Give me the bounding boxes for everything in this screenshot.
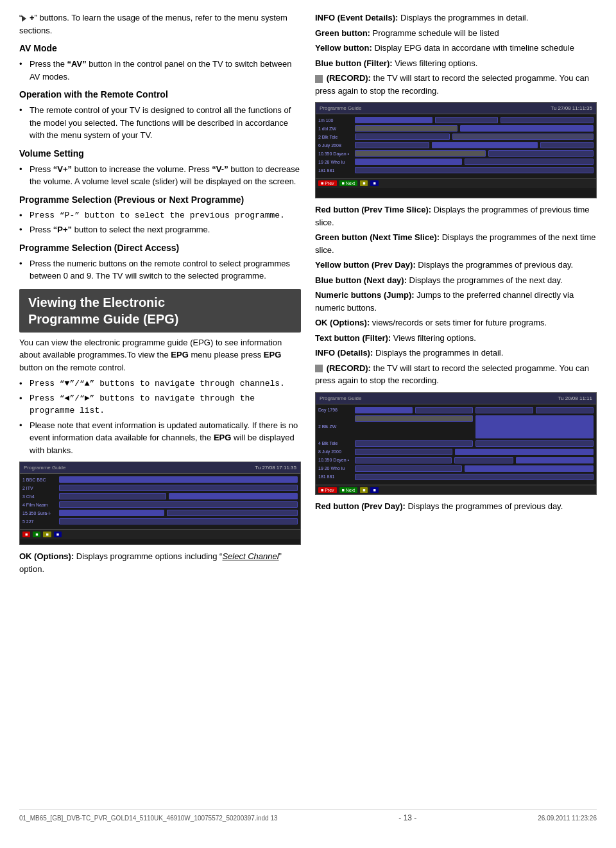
epg-ch-2: 2 ITV — [22, 486, 58, 490]
epg-b-ch-7: 181 881 — [318, 474, 354, 479]
bullet-dot: • — [19, 58, 28, 71]
left-column: “ +” buttons. To learn the usage of the … — [19, 12, 301, 799]
epg-b-ch-5: 10.350 Deyen • — [318, 458, 354, 462]
volume-setting-heading: Volume Setting — [19, 147, 301, 160]
epg-header-right-top-date: Tu 27/08 11:11:35 — [551, 105, 592, 111]
epg-auto-update-text: Please note that event information is up… — [30, 419, 301, 457]
intro-text: “ +” buttons. To learn the usage of the … — [19, 12, 301, 37]
epg-header-right-bot-text: Programme Guide — [320, 395, 558, 401]
epg-bottom-bar-right-top: ■ Prev ■ Next ■ ■ — [316, 178, 596, 188]
record-icon-top — [315, 75, 323, 83]
epg-header-right-bot-date: Tu 20/08 11:11 — [558, 395, 592, 401]
epg-auto-update-bullet: • Please note that event information is … — [19, 419, 301, 457]
footer-date: 26.09.2011 11:23:26 — [538, 815, 597, 822]
epg-r-ch-6: 19 28 Who lu — [318, 160, 354, 164]
epg-nav-channels-bullet: • Press “▼”/“▲” buttons to navigate thro… — [19, 377, 301, 390]
epg-screenshot-right-bottom: Programme Guide Tu 20/08 11:11 Day 1798 — [315, 392, 597, 495]
epg-screenshot-right-top: Programme Guide Tu 27/08 11:11:35 1m 100… — [315, 102, 597, 198]
prog-direct-bullet: • Press the numeric buttons on the remot… — [19, 257, 301, 282]
av-mode-heading: AV Mode — [19, 42, 301, 55]
epg-ch-4: 4 Film Naam — [22, 503, 58, 507]
epg-r-ch-3: 2 Blk Tele — [318, 135, 354, 139]
epg-btn-yellow-right-bot: ■ — [360, 487, 368, 493]
epg-header-right-top-text: Programme Guide — [320, 105, 551, 111]
prog-prev-text: Press “P-” button to select the previous… — [30, 209, 301, 222]
epg-b-ch-1: Day 1798 — [318, 408, 354, 412]
blue-button-next-day: Blue button (Next day): Displays the pro… — [315, 274, 597, 287]
epg-btn-blue-left: ■ — [54, 532, 62, 537]
epg-highlight-box: Viewing the Electronic Programme Guide (… — [19, 289, 301, 333]
epg-bottom-bar-right-bot: ■ Prev ■ Next ■ ■ — [316, 485, 596, 495]
prog-next-text: Press “P+” button to select the next pro… — [30, 223, 301, 236]
bullet-dot-2: • — [19, 104, 28, 117]
green-button-right: Green button: Programme schedule will be… — [315, 27, 597, 40]
prog-direct-heading: Programme Selection (Direct Access) — [19, 241, 301, 255]
epg-r-ch-5: 10.350 Dayan • — [318, 151, 354, 156]
epg-b-ch-2: 2 Blk ZW — [318, 424, 354, 429]
numeric-buttons-jump: Numeric buttons (Jump): Jumps to the pre… — [315, 289, 597, 314]
page-footer: 01_MB65_[GB]_DVB-TC_PVR_GOLD14_5110UK_46… — [19, 809, 597, 822]
info-details-right: INFO (Details): Displays the programmes … — [315, 347, 597, 359]
record-bottom-right: (RECORD): the TV will start to record th… — [315, 362, 597, 387]
epg-ch-1: 1 BBC BBC — [22, 478, 58, 482]
epg-ch-5: 15.350 Sura-l- — [22, 511, 58, 515]
bullet-dot-8: • — [19, 392, 28, 405]
bullet-dot-6: • — [19, 257, 28, 270]
epg-btn-blue-right-top: ■ — [370, 180, 378, 186]
red-button-prev-day: Red button (Prev Day): Displays the prog… — [315, 500, 597, 513]
epg-header-left-text: Programme Guide — [24, 465, 255, 471]
epg-btn-green-right-top: ■ Next — [339, 180, 358, 186]
epg-btn-red-right-bot: ■ Prev — [318, 487, 337, 493]
epg-btn-red-right-top: ■ Prev — [318, 180, 337, 186]
page: “ +” buttons. To learn the usage of the … — [0, 0, 616, 848]
yellow-button-right: Yellow button: Display EPG data in accor… — [315, 42, 597, 55]
bullet-dot-9: • — [19, 419, 28, 432]
ok-options-text: OK (Options): Displays programme options… — [19, 550, 301, 575]
epg-b-ch-3: 4 Blk Tele — [318, 441, 354, 446]
epg-nav-prog-bullet: • Press “◄”/“►” buttons to navigate thro… — [19, 392, 301, 417]
volume-setting-text: Press “V+” button to increase the volume… — [30, 163, 301, 188]
page-number: - 13 - — [278, 813, 538, 822]
epg-ch-6: 5 227 — [22, 519, 58, 524]
prog-prev-bullet: • Press “P-” button to select the previo… — [19, 209, 301, 222]
bullet-dot-4: • — [19, 209, 28, 222]
epg-intro: You can view the electronic programme gu… — [19, 336, 301, 374]
bullet-dot-7: • — [19, 377, 28, 390]
footer-filename: 01_MB65_[GB]_DVB-TC_PVR_GOLD14_5110UK_46… — [19, 815, 278, 822]
text-button-filter: Text button (Filter): Views filtering op… — [315, 332, 597, 345]
epg-nav-channels-text: Press “▼”/“▲” buttons to navigate throug… — [30, 377, 301, 390]
green-button-next-time: Green button (Next Time Slice): Displays… — [315, 231, 597, 256]
blue-button-filter-right: Blue button (Filter): Views filtering op… — [315, 57, 597, 70]
right-column: INFO (Event Details): Displays the progr… — [315, 12, 597, 799]
epg-btn-green-left: ■ — [33, 532, 40, 537]
bullet-dot-3: • — [19, 163, 28, 176]
epg-header-left-date: Tu 27/08 17:11:35 — [255, 465, 296, 471]
operation-remote-heading: Operation with the Remote Control — [19, 88, 301, 101]
operation-remote-text: The remote control of your TV is designe… — [30, 104, 301, 142]
prog-next-bullet: • Press “P+” button to select the next p… — [19, 223, 301, 236]
epg-btn-green-right-bot: ■ Next — [339, 487, 358, 493]
epg-bottom-bar-left: ■ ■ ■ ■ — [20, 529, 300, 539]
record-icon-bottom — [315, 365, 323, 372]
epg-btn-yellow-left: ■ — [43, 532, 51, 537]
operation-remote-bullet: • The remote control of your TV is desig… — [19, 104, 301, 142]
bullet-dot-5: • — [19, 223, 28, 236]
epg-ch-3: 3 Ch4 — [22, 494, 58, 499]
epg-box-title: Viewing the Electronic — [28, 294, 292, 311]
epg-b-ch-4: 8 July 2000 — [318, 449, 354, 454]
epg-btn-blue-right-bot: ■ — [370, 487, 378, 493]
red-button-prev-time: Red button (Prev Time Slice): Displays t… — [315, 203, 597, 229]
volume-setting-bullet: • Press “V+” button to increase the volu… — [19, 163, 301, 188]
ok-options-right: OK (Options): views/records or sets time… — [315, 316, 597, 329]
epg-box-title-2: Programme Guide (EPG) — [28, 311, 292, 327]
epg-btn-yellow-right-top: ■ — [360, 180, 368, 186]
epg-nav-prog-text: Press “◄”/“►” buttons to navigate throug… — [30, 392, 301, 417]
epg-r-ch-7: 181 881 — [318, 168, 354, 173]
av-mode-bullet: • Press the “AV” button in the control p… — [19, 58, 301, 83]
epg-r-ch-1: 1m 100 — [318, 118, 354, 123]
av-mode-text: Press the “AV” button in the control pan… — [30, 58, 301, 83]
record-top-right: (RECORD): the TV will start to record th… — [315, 72, 597, 97]
epg-r-ch-4: 6 July 2608 — [318, 143, 354, 148]
prog-direct-text: Press the numeric buttons on the remote … — [30, 257, 301, 282]
epg-b-ch-6: 19 20 Who lu — [318, 466, 354, 471]
